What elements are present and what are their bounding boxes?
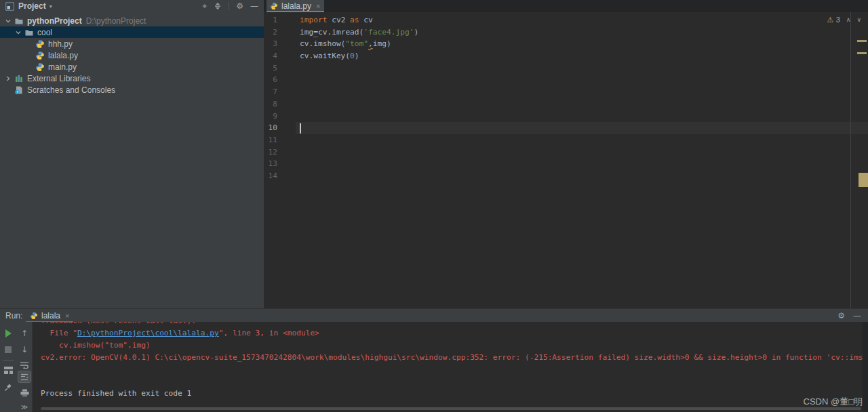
tree-item-cool[interactable]: cool: [0, 26, 264, 38]
print-button[interactable]: [16, 387, 33, 399]
warning-triangle-icon[interactable]: ⚠: [827, 16, 833, 24]
run-console[interactable]: Traceback (most recent call last): File …: [33, 322, 863, 412]
run-toolbar-left: [0, 322, 16, 412]
python-file-icon: [270, 2, 278, 10]
line-number[interactable]: 7: [264, 86, 296, 98]
console-horizontal-scrollbar[interactable]: [41, 407, 861, 410]
editor-tab-bar: lalala.py ×: [264, 0, 868, 12]
editor-code-area[interactable]: import cv2 as cv img=cv.imread('face4.jp…: [300, 14, 868, 62]
line-number[interactable]: 5: [264, 62, 296, 75]
settings-gear-icon[interactable]: ⚙: [236, 0, 243, 12]
prev-warning-icon[interactable]: ∧: [846, 16, 851, 23]
console-line-file: File "D:\pythonProject\cool\lalala.py", …: [41, 327, 319, 339]
python-file-icon: [30, 312, 38, 320]
pin-tab-button[interactable]: [0, 382, 16, 394]
python-file-icon: [35, 62, 45, 72]
code-token: cv: [359, 16, 373, 24]
keyword-token: as: [350, 16, 359, 24]
string-token: "tom": [345, 39, 368, 48]
chevron-down-icon[interactable]: [15, 29, 22, 36]
line-number[interactable]: 2: [264, 26, 296, 39]
editor-area[interactable]: 1234567891011121314 import cv2 as cv img…: [264, 12, 868, 308]
code-line-4: cv.waitKey(0): [300, 50, 868, 62]
line-number[interactable]: 10: [264, 122, 296, 134]
pin-icon: [4, 384, 12, 392]
scrollbar-warning-mark[interactable]: [857, 40, 867, 42]
code-token: ,: [368, 39, 373, 48]
locate-icon[interactable]: ⌖: [202, 0, 207, 12]
stop-button[interactable]: [0, 344, 16, 356]
warning-count[interactable]: 3: [836, 16, 840, 24]
chevron-right-icon[interactable]: [5, 75, 12, 82]
double-chevron-icon: ≫: [21, 403, 28, 411]
console-vertical-scrollbar[interactable]: [863, 322, 868, 412]
down-stack-trace-button[interactable]: ↓: [16, 344, 33, 356]
tree-item-label: cool: [37, 28, 52, 37]
code-line-2: img=cv.imread('face4.jpg'): [300, 26, 868, 39]
close-icon[interactable]: ×: [316, 3, 320, 10]
more-options-button[interactable]: ≫: [16, 400, 33, 412]
code-token: img): [373, 39, 391, 48]
line-number[interactable]: 14: [264, 170, 296, 182]
run-panel-header: Run: lalala × ⚙ —: [0, 308, 868, 322]
file-path-link[interactable]: D:\pythonProject\cool\lalala.py: [77, 329, 219, 337]
chevron-down-icon[interactable]: [5, 18, 12, 24]
settings-gear-icon[interactable]: ⚙: [837, 311, 845, 321]
collapse-all-icon[interactable]: [214, 2, 222, 10]
string-token: 'face4.jpg': [363, 28, 414, 37]
text-caret: [300, 123, 301, 133]
scroll-to-end-button[interactable]: [16, 371, 33, 383]
tree-item-label: lalala.py: [48, 51, 78, 60]
tree-item-main-py[interactable]: main.py: [0, 61, 264, 73]
up-stack-trace-button[interactable]: ↑: [16, 327, 33, 339]
line-number[interactable]: 3: [264, 38, 296, 50]
arrow-down-icon: ↓: [21, 345, 28, 354]
line-number[interactable]: 8: [264, 98, 296, 110]
tool-window-icon: [5, 2, 14, 11]
restore-layout-button[interactable]: [0, 364, 16, 376]
number-token: 0: [350, 52, 355, 60]
line-number[interactable]: 6: [264, 74, 296, 86]
line-number[interactable]: 13: [264, 158, 296, 170]
console-text: File ": [41, 329, 77, 337]
pycharm-window: Project ▾ ⌖ ⚙ — pythonProject D:\pythonP…: [0, 0, 868, 412]
inspection-widget: ⚠ 3 ∧ ∨: [827, 15, 861, 24]
keyword-token: import: [300, 16, 327, 24]
play-icon: [5, 329, 12, 337]
line-number[interactable]: 1: [264, 14, 296, 26]
tree-item-scratches[interactable]: Scratches and Consoles: [0, 84, 264, 96]
next-warning-icon[interactable]: ∨: [856, 16, 861, 23]
console-line-exit: Process finished with exit code 1: [41, 388, 191, 400]
toolbar-divider: [3, 360, 14, 360]
line-number[interactable]: 11: [264, 134, 296, 146]
scroll-to-end-icon: [20, 373, 28, 381]
tree-item-python-project[interactable]: pythonProject D:\pythonProject: [0, 15, 264, 26]
line-number[interactable]: 12: [264, 146, 296, 159]
folder-icon: [14, 16, 24, 26]
soft-wrap-button[interactable]: [16, 358, 33, 371]
hide-panel-icon[interactable]: —: [853, 311, 861, 321]
run-tab-label: lalala: [41, 311, 60, 321]
tree-item-hhh-py[interactable]: hhh.py: [0, 38, 264, 49]
tab-lalala-py[interactable]: lalala.py ×: [267, 0, 324, 12]
libraries-icon: [14, 74, 24, 83]
project-panel-title[interactable]: Project: [18, 1, 46, 11]
scrollbar-warning-mark[interactable]: [857, 52, 867, 54]
editor-gutter[interactable]: 1234567891011121314: [264, 14, 296, 182]
close-icon[interactable]: ×: [65, 312, 69, 320]
console-line-error: cv2.error: OpenCV(4.0.1) C:\ci\opencv-su…: [41, 352, 863, 364]
chevron-down-icon[interactable]: ▾: [50, 3, 52, 9]
line-number[interactable]: 4: [264, 50, 296, 62]
code-token: cv.waitKey(: [300, 52, 350, 60]
scrollbar-thumb-mark[interactable]: [859, 173, 868, 187]
hide-panel-icon[interactable]: —: [250, 0, 258, 12]
tree-item-lalala-py[interactable]: lalala.py: [0, 49, 264, 61]
rerun-button[interactable]: [0, 327, 16, 339]
run-tab-lalala[interactable]: lalala ×: [26, 309, 73, 323]
tree-item-external-libraries[interactable]: External Libraries: [0, 73, 264, 84]
tab-label: lalala.py: [281, 1, 311, 11]
run-toolbar-right: ↑ ↓: [16, 322, 33, 412]
code-token: cv.imshow(: [300, 39, 345, 48]
line-number[interactable]: 9: [264, 110, 296, 123]
folder-icon: [24, 28, 34, 37]
